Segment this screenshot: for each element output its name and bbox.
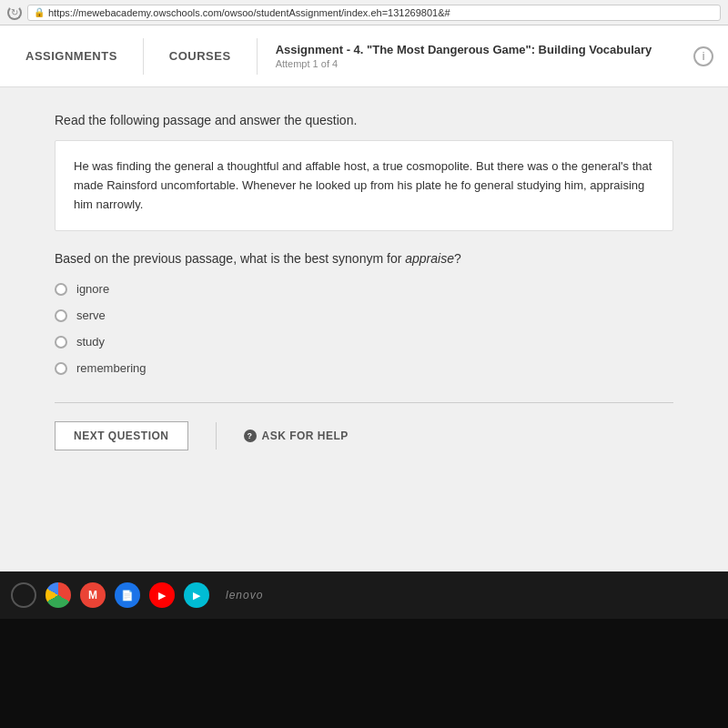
option-label-study: study [76,335,105,349]
reload-button[interactable]: ↻ [7,5,22,20]
gmail-icon[interactable]: M [80,582,106,608]
options-list: ignore serve study remembering [55,282,673,375]
docs-icon[interactable]: 📄 [115,582,140,608]
action-divider [216,422,217,450]
question-text: Based on the previous passage, what is t… [55,251,673,266]
option-label-serve: serve [76,308,106,322]
info-icon-button[interactable]: i [693,46,713,66]
brand-label: lenovo [226,589,263,602]
youtube-icon[interactable]: ▶ [149,582,175,608]
top-nav: ASSIGNMENTS COURSES Assignment - 4. "The… [0,25,728,87]
nav-assignment-info: Assignment - 4. "The Most Dangerous Game… [258,25,671,86]
play-icon[interactable]: ▶ [184,582,209,608]
ask-for-help-button[interactable]: ? ASK FOR HELP [244,430,349,442]
passage-box: He was finding the general a thoughtful … [55,140,673,231]
help-label: ASK FOR HELP [262,430,349,442]
url-bar[interactable]: 🔒 https://mewebacademy.owschools.com/ows… [27,5,721,21]
radio-serve[interactable] [55,309,67,322]
radio-study[interactable] [55,336,67,349]
next-question-button[interactable]: NEXT QUESTION [55,421,188,450]
option-label-remembering: remembering [76,361,147,375]
option-label-ignore: ignore [76,282,109,296]
action-row: NEXT QUESTION ? ASK FOR HELP [55,402,673,450]
radio-ignore[interactable] [55,283,67,296]
taskbar-circle [11,582,36,608]
assignment-title: Assignment - 4. "The Most Dangerous Game… [276,43,652,56]
url-text: https://mewebacademy.owschools.com/owsoo… [48,7,450,18]
option-remembering[interactable]: remembering [55,361,673,375]
lock-icon: 🔒 [34,7,45,17]
nav-courses[interactable]: COURSES [144,25,257,86]
passage-text: He was finding the general a thoughtful … [74,159,652,211]
radio-remembering[interactable] [55,362,67,375]
instruction-text: Read the following passage and answer th… [55,113,673,127]
content-area: Read the following passage and answer th… [0,87,728,571]
assignment-attempt: Attempt 1 of 4 [276,58,652,69]
browser-bar: ↻ 🔒 https://mewebacademy.owschools.com/o… [0,0,728,25]
page-wrapper: ASSIGNMENTS COURSES Assignment - 4. "The… [0,25,728,571]
dark-bottom [0,619,728,728]
question-word: appraise [405,251,454,266]
nav-left: ASSIGNMENTS COURSES Assignment - 4. "The… [0,25,670,86]
option-serve[interactable]: serve [55,308,673,322]
taskbar: M 📄 ▶ ▶ lenovo [0,571,728,619]
help-icon: ? [244,430,257,442]
option-ignore[interactable]: ignore [55,282,673,296]
option-study[interactable]: study [55,335,673,349]
chrome-icon[interactable] [46,582,71,608]
nav-assignments[interactable]: ASSIGNMENTS [0,25,143,86]
